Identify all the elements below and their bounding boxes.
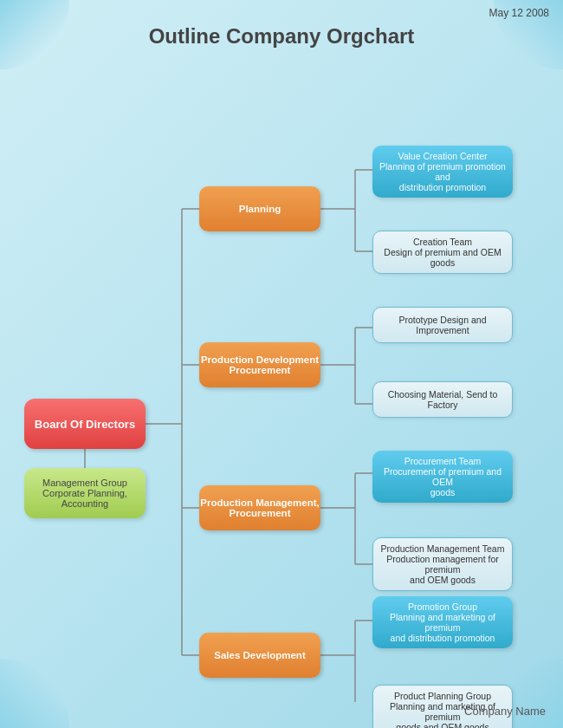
pdi-label: Prototype Design and Improvement	[380, 315, 505, 335]
dept-prod-dev-label: Production DevelopmentProcurement	[201, 354, 319, 375]
subnode-vcc: Value Creation CenterPlanning of premium…	[372, 146, 513, 198]
cmsf-label: Choosing Material, Send to Factory	[380, 389, 505, 410]
mgmt-label: Management GroupCorporate Planning,Accou…	[42, 478, 127, 509]
mgmt-node: Management GroupCorporate Planning,Accou…	[24, 468, 146, 518]
subnode-cmsf: Choosing Material, Send to Factory	[372, 381, 513, 418]
subnode-pdi: Prototype Design and Improvement	[372, 307, 513, 343]
board-label: Board Of Directors	[35, 418, 135, 431]
board-node: Board Of Directors	[24, 399, 146, 449]
pmt-label: Production Management TeamProduction man…	[380, 543, 505, 585]
subnode-pt: Procurement TeamProcurement of premium a…	[372, 451, 513, 503]
dept-prod-mgmt-label: Production Management,Procurement	[200, 497, 319, 518]
subnode-pmt: Production Management TeamProduction man…	[372, 537, 513, 591]
dept-prod-mgmt: Production Management,Procurement	[199, 485, 320, 530]
pg-label: Promotion GroupPlanning and marketing of…	[379, 601, 506, 643]
dept-sales-dev-label: Sales Development	[214, 650, 305, 660]
company-name: Company Name	[464, 705, 546, 718]
pt-label: Procurement TeamProcurement of premium a…	[379, 456, 506, 497]
vcc-label: Value Creation CenterPlanning of premium…	[379, 151, 506, 192]
date-label: May 12 2008	[489, 7, 549, 19]
subnode-ct: Creation TeamDesign of premium and OEM g…	[372, 231, 513, 274]
corner-decoration-tl	[0, 0, 69, 69]
dept-planning-label: Planning	[239, 204, 282, 214]
dept-prod-dev: Production DevelopmentProcurement	[199, 342, 320, 387]
ct-label: Creation TeamDesign of premium and OEM g…	[380, 237, 505, 268]
page-title: Outline Company Orgchart	[0, 0, 563, 49]
subnode-pg: Promotion GroupPlanning and marketing of…	[372, 596, 513, 648]
dept-planning: Planning	[199, 186, 320, 231]
orgchart: Board Of Directors Management GroupCorpo…	[0, 61, 563, 702]
dept-sales-dev: Sales Development	[199, 633, 320, 678]
